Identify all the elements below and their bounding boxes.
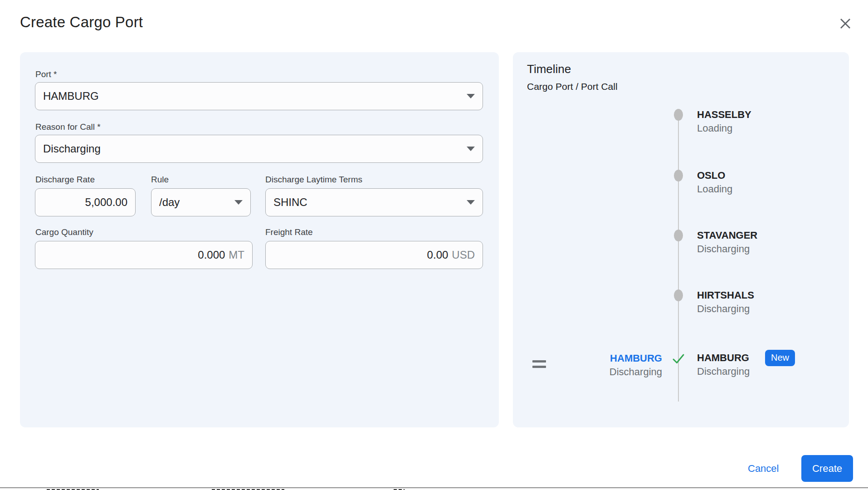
background-page-edge	[0, 487, 868, 490]
page-title: Create Cargo Port	[20, 14, 143, 31]
timeline-dot	[674, 170, 683, 181]
drag-handle[interactable]	[532, 360, 546, 368]
freight-rate-label: Freight Rate	[265, 227, 313, 237]
timeline-item-reason: Loading	[697, 182, 732, 196]
new-port-reason-left: Discharging	[579, 365, 662, 379]
timeline-item: HIRTSHALS Discharging	[697, 289, 754, 316]
discharge-laytime-terms-value: SHINC	[273, 196, 461, 209]
port-value: HAMBURG	[43, 90, 461, 103]
cargo-quantity-value: 0.000	[43, 249, 225, 261]
chevron-down-icon	[467, 147, 475, 151]
rule-value: /day	[159, 196, 229, 209]
close-icon	[838, 16, 853, 31]
timeline-item-new: HAMBURG Discharging	[697, 352, 750, 379]
timeline-item-port: STAVANGER	[697, 229, 757, 242]
discharge-rate-value: 5,000.00	[43, 196, 127, 209]
chevron-down-icon	[234, 200, 243, 205]
chevron-down-icon	[467, 200, 475, 205]
new-badge: New	[765, 350, 795, 366]
timeline-item-port: HAMBURG	[697, 352, 750, 364]
check-icon	[671, 352, 686, 366]
timeline-item-port: HIRTSHALS	[697, 289, 754, 302]
chevron-down-icon	[467, 94, 475, 98]
timeline-title: Timeline	[527, 62, 571, 76]
freight-rate-value: 0.00	[273, 249, 448, 261]
discharge-rate-label: Discharge Rate	[35, 175, 95, 185]
timeline-item-reason: Discharging	[697, 242, 757, 256]
timeline-item-reason: Loading	[697, 121, 751, 136]
port-select[interactable]: HAMBURG	[35, 82, 483, 110]
reason-for-call-label: Reason for Call *	[35, 122, 101, 132]
cargo-quantity-unit: MT	[229, 249, 244, 261]
cancel-button[interactable]: Cancel	[741, 459, 786, 478]
create-cargo-port-dialog: Create Cargo Port Port * HAMBURG Reason …	[0, 0, 868, 490]
discharge-laytime-terms-select[interactable]: SHINC	[265, 188, 483, 216]
port-label: Port *	[35, 69, 57, 79]
timeline-panel: Timeline Cargo Port / Port Call HASSELBY…	[513, 52, 849, 427]
create-button[interactable]: Create	[801, 455, 853, 482]
timeline-item: HASSELBY Loading	[697, 108, 751, 136]
timeline-item-port: HASSELBY	[697, 108, 751, 121]
discharge-laytime-terms-label: Discharge Laytime Terms	[265, 175, 362, 185]
timeline-dot	[674, 289, 683, 301]
reason-for-call-value: Discharging	[43, 142, 461, 155]
timeline-item-port: OSLO	[697, 169, 732, 182]
timeline-item-reason: Discharging	[697, 302, 754, 316]
rule-select[interactable]: /day	[151, 188, 251, 216]
timeline-item: OSLO Loading	[697, 169, 732, 196]
cargo-quantity-label: Cargo Quantity	[35, 227, 93, 237]
timeline-subtitle: Cargo Port / Port Call	[527, 81, 618, 92]
timeline-dot	[674, 230, 683, 241]
timeline-new-left-labels: HAMBURG Discharging	[579, 352, 662, 379]
discharge-rate-input[interactable]: 5,000.00	[35, 188, 136, 216]
cargo-port-form-panel: Port * HAMBURG Reason for Call * Dischar…	[20, 52, 499, 427]
cargo-quantity-input[interactable]: 0.000 MT	[35, 241, 253, 269]
freight-rate-unit: USD	[452, 249, 475, 261]
timeline-dot	[674, 109, 683, 121]
freight-rate-input[interactable]: 0.00 USD	[265, 241, 483, 269]
timeline-item: STAVANGER Discharging	[697, 229, 757, 256]
timeline-item-reason: Discharging	[697, 364, 750, 379]
close-button[interactable]	[836, 15, 854, 33]
reason-for-call-select[interactable]: Discharging	[35, 135, 483, 163]
new-port-name-left: HAMBURG	[579, 352, 662, 365]
rule-label: Rule	[151, 175, 169, 185]
